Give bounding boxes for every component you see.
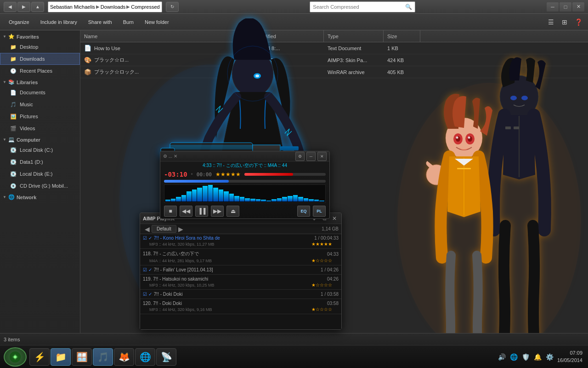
pl-default-tab[interactable]: Default [152, 225, 176, 233]
pl-item-title[interactable]: 120. 7!! - Doki Doki [143, 301, 182, 306]
sidebar-header-network[interactable]: ▼ 🌐 Network [0, 193, 80, 201]
address-bar[interactable]: Sebastian Michaelis ▶ Downloads ▶ Compre… [48, 1, 162, 12]
taskbar-btn-lightning[interactable]: ⚡ [29, 348, 50, 366]
pl-item-stars[interactable]: ★☆☆☆☆ [311, 307, 332, 312]
table-row[interactable]: 📄 How to Use 15/05/2014 8:... Text Docum… [80, 42, 588, 54]
taskbar-btn-windows[interactable]: 🪟 [72, 348, 92, 366]
organize-button[interactable]: Organize [4, 16, 34, 29]
pl-item-checkbox[interactable]: ☑ ✓ [143, 236, 152, 241]
aimp-close-btn[interactable]: ✕ [317, 152, 327, 161]
list-item[interactable]: ☑ ✓ 7!! - Kono Hiroi Sora no Shita de 1 … [140, 234, 341, 248]
aimp-pause-btn[interactable]: ▐▐ [195, 206, 208, 217]
aimp-next-btn[interactable]: ▶▶ [211, 206, 224, 217]
pl-item-title[interactable]: ☑ ✓ 7!! - Fallin' Love [2011.04.13] [143, 267, 213, 272]
view-tiles-button[interactable]: ⊞ [559, 16, 571, 28]
sidebar-item-music[interactable]: 🎵 Music [0, 98, 80, 110]
aimp-open-btn[interactable]: ⏏ [226, 206, 239, 217]
tray-icon-settings[interactable]: ⚙️ [545, 352, 554, 362]
aimp-player[interactable]: ⚙ ... ✕ ⚙ ─ ✕ 4:33 :: 7!! - この広い空の下で :: … [160, 151, 330, 219]
col-header-name[interactable]: Name [80, 30, 241, 42]
pl-content[interactable]: ☑ ✓ 7!! - Kono Hiroi Sora no Shita de 1 … [140, 234, 341, 329]
sidebar-item-local-e[interactable]: 💽 Local Disk (E:) [0, 168, 80, 180]
include-library-button[interactable]: Include in library [35, 16, 82, 29]
search-input[interactable] [313, 4, 403, 10]
start-button[interactable] [4, 347, 27, 367]
up-button[interactable]: ▲ [31, 2, 44, 12]
tray-clock: 07:09 16/05/2014 [557, 350, 582, 364]
aimp-progress-bar[interactable] [164, 180, 326, 183]
tray-icon-network[interactable]: 🌐 [509, 352, 519, 362]
pl-item-title[interactable]: 118. 7!! - この広い空の下で [143, 251, 199, 257]
sidebar-item-recent[interactable]: 🕐 Recent Places [0, 65, 80, 77]
table-row[interactable]: 📦 ブラック☆ロック... ...1 3:... WinRAR archive … [80, 66, 588, 78]
back-button[interactable]: ◀ [4, 2, 17, 12]
search-box[interactable]: 🔍 [310, 1, 415, 12]
sidebar-item-documents[interactable]: 📄 Documents [0, 86, 80, 98]
sidebar-item-pictures[interactable]: 🖼️ Pictures [0, 110, 80, 122]
sidebar-item-downloads[interactable]: 📁 Downloads [0, 53, 80, 65]
sidebar-item-videos[interactable]: 🎬 Videos [0, 122, 80, 134]
path-downloads[interactable]: Downloads [101, 4, 125, 10]
tray-icon-shield[interactable]: 🛡️ [521, 352, 531, 362]
forward-button[interactable]: ▶ [17, 2, 30, 12]
pl-close-btn[interactable]: ✕ [330, 214, 339, 223]
aimp-eq-btn[interactable]: EQ [297, 206, 310, 217]
list-item[interactable]: 120. 7!! - Doki Doki 03:58 MP3 :: 44 kHz… [140, 299, 341, 313]
aimp-stop-btn[interactable]: ■ [164, 206, 177, 217]
pl-prev-tab-btn[interactable]: ◀ [143, 225, 152, 233]
col-header-size[interactable]: Size [384, 30, 420, 42]
aimp-playlist[interactable]: AIMP Playlist ⬇ ⧉ ✕ ◀ Default ▶ 1,14 GB … [140, 213, 342, 330]
burn-button[interactable]: Burn [118, 16, 139, 29]
tray-icon-volume[interactable]: 🔊 [498, 352, 507, 362]
libraries-label: Libraries [17, 80, 38, 85]
sidebar-header-favorites[interactable]: ▼ ⭐ Favorites [0, 32, 80, 41]
list-item[interactable]: 118. 7!! - この広い空の下で 04:33 M4A :: 44 kHz,… [140, 249, 341, 264]
tray-icon-bell[interactable]: 🔔 [533, 352, 543, 362]
minimize-button[interactable]: ─ [547, 2, 559, 12]
sidebar-header-libraries[interactable]: ▼ 📚 Libraries [0, 78, 80, 86]
pl-item-title[interactable]: 119. 7!! - Hatsukoi no sakamichi [143, 276, 208, 282]
pl-item-checkbox[interactable]: ☑ ✓ [143, 292, 152, 297]
share-button[interactable]: Share with [83, 16, 117, 29]
pl-item-title[interactable]: ☑ ✓ 7!! - Doki Doki [143, 292, 183, 297]
taskbar: ⚡ 📁 🪟 🎵 🦊 🌐 📡 🔊 🌐 🛡️ 🔔 ⚙️ 07:09 16/05/20… [0, 345, 588, 368]
documents-icon: 📄 [10, 89, 17, 96]
sidebar-item-desktop[interactable]: 📁 Desktop [0, 41, 80, 53]
pl-item-title[interactable]: ☑ ✓ 7!! - Kono Hiroi Sora no Shita de [143, 236, 220, 241]
taskbar-btn-explorer[interactable]: 📁 [51, 348, 71, 366]
path-compressed[interactable]: Compressed [131, 4, 159, 10]
refresh-button[interactable]: ↻ [166, 2, 179, 12]
help-button[interactable]: ❓ [572, 16, 584, 28]
list-item[interactable]: 119. 7!! - Hatsukoi no sakamichi 04:26 M… [140, 275, 341, 289]
pl-next-tab-btn[interactable]: ▶ [176, 225, 185, 233]
taskbar-btn-firefox[interactable]: 🦊 [114, 348, 134, 366]
videos-label: Videos [20, 126, 35, 131]
new-folder-button[interactable]: New folder [140, 16, 174, 29]
col-header-type[interactable]: Type [324, 30, 384, 42]
aimp-rating-stars[interactable]: ★★★★★ [215, 171, 241, 178]
sidebar-header-computer[interactable]: ▼ 💻 Computer [0, 135, 80, 144]
sidebar-item-local-c[interactable]: 💽 Local Disk (C:) [0, 144, 80, 156]
aimp-pl-btn[interactable]: PL [313, 206, 326, 217]
aimp-minimize-btn[interactable]: ─ [306, 152, 316, 161]
sidebar-item-cd-g[interactable]: 💿 CD Drive (G:) Mobil... [0, 180, 80, 192]
pl-item-stars[interactable]: ★☆☆☆☆ [311, 282, 332, 288]
pl-item-checkbox[interactable]: ☑ ✓ [143, 267, 152, 272]
pl-item-stars[interactable]: ★★★★★ [311, 242, 332, 247]
aimp-settings-btn[interactable]: ⚙ [295, 152, 305, 161]
taskbar-btn-chrome[interactable]: 🌐 [135, 348, 155, 366]
pl-item-stars[interactable]: ★☆☆☆☆ [311, 258, 332, 263]
maximize-button[interactable]: □ [560, 2, 571, 12]
taskbar-btn-aimp[interactable]: 🎵 [93, 348, 113, 366]
sidebar-item-data-d[interactable]: 💽 Data1 (D:) [0, 156, 80, 168]
taskbar-btn-torrent[interactable]: 📡 [156, 348, 176, 366]
col-header-date[interactable]: Date modified [241, 30, 324, 42]
list-item[interactable]: ☑ ✓ 7!! - Fallin' Love [2011.04.13] 1 / … [140, 266, 341, 274]
view-details-button[interactable]: ☰ [545, 16, 557, 28]
aimp-volume-bar[interactable] [244, 173, 326, 176]
aimp-prev-btn[interactable]: ◀◀ [180, 206, 192, 217]
path-root[interactable]: Sebastian Michaelis [50, 4, 95, 10]
close-button[interactable]: ✕ [572, 2, 584, 12]
table-row[interactable]: 🎨 ブラック☆ロ... 1/0... 2014 7:... AIMP3: Ski… [80, 54, 588, 66]
list-item[interactable]: ☑ ✓ 7!! - Doki Doki 1 / 03:58 [140, 290, 341, 298]
